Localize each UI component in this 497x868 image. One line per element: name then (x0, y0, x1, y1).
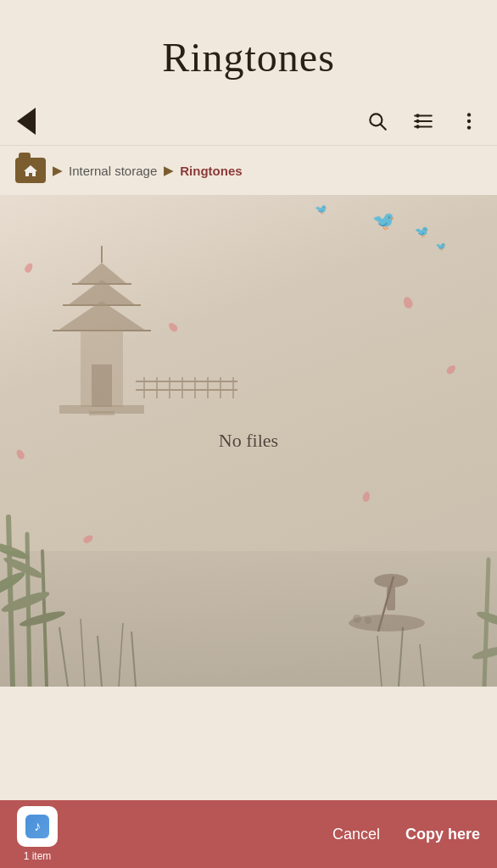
svg-line-56 (399, 627, 403, 687)
breadcrumb-separator-2: ▶ (164, 164, 173, 177)
bottom-bar: ♪ 1 item Cancel Copy here (0, 800, 497, 868)
petal-1 (24, 262, 35, 274)
svg-point-6 (416, 120, 419, 123)
breadcrumb-separator-1: ▶ (53, 164, 62, 177)
svg-point-42 (0, 569, 27, 601)
toolbar-left (17, 108, 36, 135)
item-count: 1 item (24, 850, 52, 862)
petal-3 (445, 364, 457, 376)
svg-marker-11 (24, 165, 37, 176)
svg-line-54 (131, 632, 136, 687)
item-preview: ♪ 1 item (17, 806, 58, 862)
svg-point-8 (467, 113, 471, 116)
page-title: Ringtones (17, 34, 480, 81)
svg-line-52 (98, 636, 102, 687)
toolbar-right (366, 110, 480, 132)
petal-5 (362, 491, 371, 503)
svg-point-10 (467, 125, 471, 129)
bird-1: 🐦 (372, 210, 395, 232)
reeds-svg (0, 602, 497, 687)
svg-point-9 (467, 120, 471, 123)
svg-line-51 (81, 619, 85, 687)
no-files-text: No files (219, 430, 278, 452)
petal-2 (402, 296, 414, 310)
bottom-actions: Cancel Copy here (332, 826, 480, 843)
back-button[interactable] (17, 108, 36, 135)
search-icon (366, 110, 388, 132)
svg-rect-20 (92, 364, 112, 407)
bird-2: 🐦 (415, 225, 429, 238)
list-view-button[interactable] (412, 110, 434, 132)
bird-3: 🐦 (315, 203, 327, 215)
breadcrumb-current-folder[interactable]: Ringtones (180, 164, 242, 178)
svg-line-1 (381, 125, 386, 130)
list-view-icon (412, 110, 434, 132)
home-folder-button[interactable] (15, 158, 46, 183)
item-icon: ♪ (17, 806, 58, 847)
home-icon (23, 164, 38, 177)
background-image: 🐦 🐦 🐦 🐦 (0, 195, 497, 687)
copy-here-button[interactable]: Copy here (405, 826, 480, 843)
svg-line-50 (59, 627, 68, 687)
toolbar (0, 97, 497, 146)
breadcrumb: ▶ Internal storage ▶ Ringtones (0, 146, 497, 195)
svg-line-57 (420, 644, 424, 687)
more-options-button[interactable] (458, 110, 480, 132)
svg-point-5 (416, 114, 419, 117)
music-note-icon: ♪ (34, 819, 41, 834)
content-area: 🐦 🐦 🐦 🐦 (0, 195, 497, 687)
breadcrumb-internal-storage[interactable]: Internal storage (69, 164, 157, 178)
svg-line-55 (377, 636, 382, 687)
svg-point-7 (416, 125, 419, 128)
fence-svg (136, 364, 237, 398)
search-button[interactable] (366, 110, 388, 132)
more-options-icon (458, 110, 480, 132)
music-app-icon: ♪ (25, 815, 49, 838)
svg-rect-22 (89, 411, 114, 415)
svg-line-53 (119, 623, 123, 687)
bird-4: 🐦 (436, 242, 446, 251)
cancel-button[interactable]: Cancel (332, 826, 380, 843)
header: Ringtones (0, 0, 497, 97)
petal-6 (167, 321, 179, 333)
